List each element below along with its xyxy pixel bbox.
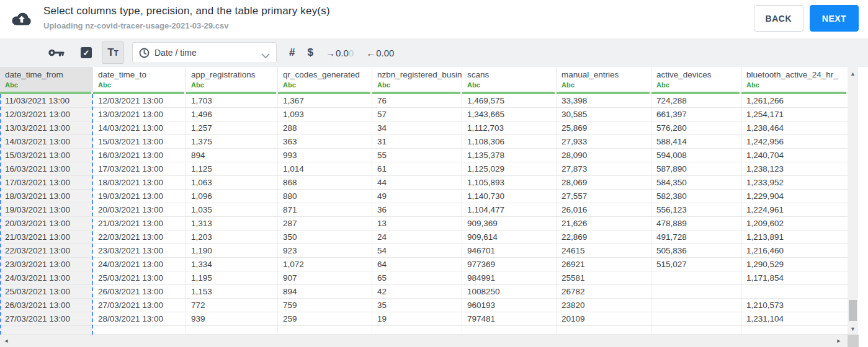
table-cell[interactable]: 13/03/2021 13:00 (93, 108, 186, 121)
table-cell[interactable]: 556,123 (651, 203, 741, 217)
table-cell[interactable]: 1,035 (186, 203, 278, 217)
table-cell[interactable]: 1,210,573 (741, 299, 848, 312)
table-cell[interactable]: 984991 (462, 271, 557, 285)
table-cell[interactable]: 724,288 (651, 94, 741, 108)
scroll-down-icon[interactable]: ▼ (848, 325, 858, 333)
table-cell[interactable]: 1,112,703 (462, 121, 557, 135)
table-cell[interactable]: 24/03/2021 13:00 (0, 271, 93, 285)
table-cell[interactable]: 35 (372, 299, 462, 312)
table-cell[interactable]: 1,125,029 (462, 162, 557, 176)
table-cell[interactable] (651, 299, 741, 312)
table-cell[interactable]: 13/03/2021 13:00 (0, 121, 93, 135)
table-cell[interactable]: 1,209,602 (741, 217, 848, 231)
type-dropdown[interactable]: Date / time (132, 42, 277, 63)
table-cell[interactable]: 759 (278, 299, 372, 312)
table-cell[interactable]: 1,233,952 (741, 176, 848, 190)
table-cell[interactable]: 22/03/2021 13:00 (0, 244, 93, 258)
table-cell[interactable]: 259 (278, 312, 372, 326)
table-cell[interactable]: 515,027 (651, 258, 741, 271)
table-cell[interactable]: 1,072 (278, 258, 372, 271)
table-cell[interactable]: 54 (372, 244, 462, 258)
vertical-scroll-thumb[interactable] (849, 300, 857, 321)
column-header-qr_codes_generated[interactable]: qr_codes_generatedAbc (278, 67, 372, 92)
table-cell[interactable]: 923 (278, 244, 372, 258)
table-cell[interactable]: 28/03/2021 13:00 (93, 312, 186, 326)
table-cell[interactable]: 28,069 (557, 176, 651, 190)
table-cell[interactable]: 1,203 (186, 231, 278, 244)
table-cell[interactable]: 1,213,891 (741, 231, 848, 244)
table-cell[interactable]: 576,280 (651, 121, 741, 135)
table-cell[interactable] (741, 285, 848, 299)
table-cell[interactable]: 24615 (557, 244, 651, 258)
primary-key-icon[interactable] (48, 48, 65, 58)
table-cell[interactable]: 20/03/2021 13:00 (93, 203, 186, 217)
table-cell[interactable]: 64 (372, 258, 462, 271)
table-cell[interactable]: 27,557 (557, 190, 651, 203)
table-cell[interactable]: 1,469,575 (462, 94, 557, 108)
table-cell[interactable]: 772 (186, 299, 278, 312)
table-cell[interactable]: 909,369 (462, 217, 557, 231)
table-cell[interactable]: 1,125 (186, 162, 278, 176)
table-cell[interactable]: 1,231,104 (741, 312, 848, 326)
table-cell[interactable]: 894 (186, 149, 278, 162)
table-cell[interactable]: 946701 (462, 244, 557, 258)
table-cell[interactable]: 25,869 (557, 121, 651, 135)
table-cell[interactable]: 1,014 (278, 162, 372, 176)
table-cell[interactable]: 1008250 (462, 285, 557, 299)
table-cell[interactable]: 584,350 (651, 176, 741, 190)
table-cell[interactable]: 1,240,704 (741, 149, 848, 162)
table-cell[interactable]: 868 (278, 176, 372, 190)
table-cell[interactable]: 18/03/2021 13:00 (93, 176, 186, 190)
table-cell[interactable]: 34 (372, 121, 462, 135)
table-cell[interactable]: 19/03/2021 13:00 (93, 190, 186, 203)
table-cell[interactable]: 939 (186, 312, 278, 326)
column-header-active_devices[interactable]: active_devicesAbc (651, 67, 741, 92)
table-cell[interactable]: 44 (372, 176, 462, 190)
table-cell[interactable]: 1,229,904 (741, 190, 848, 203)
table-cell[interactable]: 36 (372, 203, 462, 217)
table-cell[interactable]: 28,090 (557, 149, 651, 162)
table-cell[interactable]: 797481 (462, 312, 557, 326)
table-cell[interactable]: 288 (278, 121, 372, 135)
table-cell[interactable]: 14/03/2021 13:00 (0, 135, 93, 149)
table-cell[interactable]: 582,380 (651, 190, 741, 203)
table-cell[interactable]: 1,496 (186, 108, 278, 121)
table-cell[interactable]: 1,703 (186, 94, 278, 108)
table-cell[interactable]: 1,375 (186, 135, 278, 149)
scroll-right-icon[interactable]: ► (834, 335, 844, 347)
table-cell[interactable]: 1,224,961 (741, 203, 848, 217)
table-cell[interactable]: 1,104,477 (462, 203, 557, 217)
table-cell[interactable]: 26,016 (557, 203, 651, 217)
table-cell[interactable]: 18/03/2021 13:00 (0, 190, 93, 203)
table-cell[interactable]: 55 (372, 149, 462, 162)
table-cell[interactable]: 25/03/2021 13:00 (93, 271, 186, 285)
table-cell[interactable]: 1,063 (186, 176, 278, 190)
table-cell[interactable] (651, 271, 741, 285)
number-type-button[interactable]: # (289, 46, 295, 59)
table-cell[interactable]: 27/03/2021 13:00 (0, 312, 93, 326)
table-cell[interactable]: 76 (372, 94, 462, 108)
table-cell[interactable]: 909,614 (462, 231, 557, 244)
table-cell[interactable]: 13 (372, 217, 462, 231)
column-header-scans[interactable]: scansAbc (462, 67, 557, 92)
table-cell[interactable]: 24 (372, 231, 462, 244)
table-cell[interactable]: 17/03/2021 13:00 (0, 176, 93, 190)
table-cell[interactable]: 977369 (462, 258, 557, 271)
table-cell[interactable]: 1,108,306 (462, 135, 557, 149)
column-header-date_time_to[interactable]: date_time_toAbc (93, 67, 186, 92)
table-cell[interactable]: 19 (372, 312, 462, 326)
table-cell[interactable]: 491,728 (651, 231, 741, 244)
back-button[interactable]: BACK (754, 5, 803, 32)
table-cell[interactable]: 33,398 (557, 94, 651, 108)
table-cell[interactable]: 17/03/2021 13:00 (93, 162, 186, 176)
table-cell[interactable]: 1,343,665 (462, 108, 557, 121)
table-cell[interactable]: 1,190 (186, 244, 278, 258)
table-cell[interactable]: 1,313 (186, 217, 278, 231)
table-cell[interactable]: 16/03/2021 13:00 (0, 162, 93, 176)
table-cell[interactable]: 1,171,854 (741, 271, 848, 285)
table-cell[interactable]: 871 (278, 203, 372, 217)
table-cell[interactable]: 1,105,893 (462, 176, 557, 190)
table-cell[interactable]: 14/03/2021 13:00 (93, 121, 186, 135)
table-cell[interactable]: 1,242,956 (741, 135, 848, 149)
table-cell[interactable]: 15/03/2021 13:00 (0, 149, 93, 162)
